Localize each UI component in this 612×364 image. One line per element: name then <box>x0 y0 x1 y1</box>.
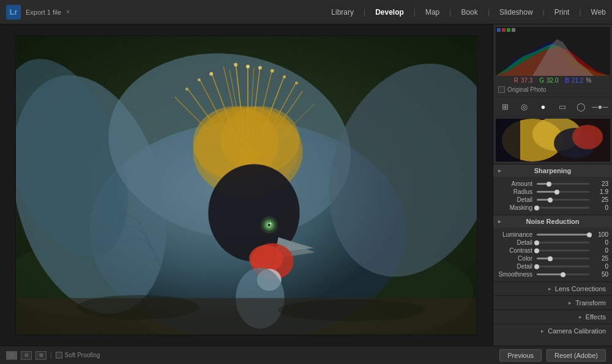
color-slider[interactable] <box>537 258 589 259</box>
radius-slider[interactable] <box>537 191 589 193</box>
color-detail-label: Detail <box>497 263 535 270</box>
nr-contrast-slider[interactable] <box>537 250 589 251</box>
reset-button[interactable]: Reset (Adobe) <box>547 349 606 362</box>
smoothness-row: Smoothness 50 <box>497 271 608 278</box>
color-row: Color 25 <box>497 255 608 262</box>
smoothness-slider[interactable] <box>537 273 589 275</box>
svg-point-51 <box>77 295 199 319</box>
hist-b-val: 21.2 <box>572 77 583 84</box>
nav-sep-1: | <box>364 8 365 17</box>
camera-calibration-section[interactable]: Camera Calibration <box>493 324 612 338</box>
masking-row: Masking 0 <box>497 204 608 211</box>
svg-point-52 <box>278 299 425 321</box>
svg-rect-57 <box>512 28 515 32</box>
color-detail-slider[interactable] <box>537 266 589 267</box>
nr-contrast-label: Contrast <box>497 247 535 254</box>
masking-label: Masking <box>497 204 535 211</box>
histogram-values: R 37.3 G 32.0 B 21.2 % <box>496 76 610 85</box>
histogram-canvas <box>496 27 610 76</box>
top-left: Lr Export 1 file × <box>6 5 70 20</box>
previous-button[interactable]: Previous <box>499 349 542 362</box>
masking-slider[interactable] <box>537 207 589 209</box>
svg-rect-56 <box>507 28 510 32</box>
camera-calibration-label: Camera Calibration <box>548 327 606 335</box>
svg-point-33 <box>283 75 286 78</box>
nav-sep-6: | <box>579 8 581 17</box>
svg-point-28 <box>209 72 213 75</box>
nr-detail-label: Detail <box>497 239 535 246</box>
nr-detail-slider[interactable] <box>537 242 589 243</box>
svg-point-36 <box>185 87 188 91</box>
sharpening-title: Sharpening <box>534 167 572 174</box>
bottom-right: Previous Reset (Adobe) <box>499 349 606 362</box>
nav-web[interactable]: Web <box>591 8 606 17</box>
compare-view-button[interactable]: ⊟ <box>21 351 32 360</box>
soft-proofing-checkbox[interactable] <box>56 352 62 358</box>
spot-removal-tool[interactable]: ◎ <box>518 100 531 113</box>
nr-contrast-value: 0 <box>591 247 608 254</box>
transform-section[interactable]: Transform <box>493 295 612 310</box>
amount-value: 23 <box>591 180 608 187</box>
svg-point-31 <box>258 65 262 69</box>
lr-logo: Lr <box>6 5 21 20</box>
noise-reduction-header[interactable]: Noise Reduction <box>493 215 612 228</box>
svg-point-47 <box>249 245 283 272</box>
nav-develop[interactable]: Develop <box>375 8 404 17</box>
nav-library[interactable]: Library <box>331 8 354 17</box>
view-sep: | <box>50 352 52 358</box>
red-eye-tool[interactable]: ◯ <box>575 100 588 113</box>
amount-row: Amount 23 <box>497 180 608 187</box>
photo-svg <box>16 36 477 335</box>
filter-tool[interactable]: ▭ <box>556 100 569 113</box>
svg-point-32 <box>271 69 274 72</box>
sharpening-header[interactable]: Sharpening <box>493 165 612 177</box>
settings-slider[interactable]: ─●─ <box>594 100 607 113</box>
svg-point-34 <box>295 81 298 84</box>
svg-rect-55 <box>502 28 506 32</box>
single-view-button[interactable]: □ <box>6 351 17 360</box>
hist-pct: % <box>586 77 591 84</box>
smoothness-value: 50 <box>591 271 608 278</box>
hist-g-label: G <box>539 77 544 84</box>
nav-slideshow[interactable]: Slideshow <box>499 8 533 17</box>
original-photo-check[interactable]: Original Photo <box>496 85 610 94</box>
effects-label: Effects <box>586 313 606 321</box>
hist-r-label: R <box>514 77 518 84</box>
lens-corrections-section[interactable]: Lens Corrections <box>493 281 612 295</box>
hist-g-val: 32.0 <box>547 77 558 84</box>
top-nav: Library | Develop | Map | Book | Slidesh… <box>331 8 606 17</box>
color-detail-value: 0 <box>591 263 608 270</box>
bottom-bar: □ ⊟ ⊞ | Soft Proofing Previous Reset (Ad… <box>0 346 612 364</box>
hist-r-val: 37.3 <box>521 77 532 84</box>
original-photo-checkbox[interactable] <box>498 86 505 93</box>
photo-container <box>15 35 477 335</box>
detail-slider[interactable] <box>537 199 589 201</box>
effects-section[interactable]: Effects <box>493 310 612 324</box>
hist-sep1 <box>535 77 537 84</box>
svg-point-30 <box>246 64 250 68</box>
sharpening-section: Sharpening Amount 23 Radius <box>493 164 612 215</box>
masking-value: 0 <box>591 204 608 211</box>
hist-b-label: B <box>565 77 569 84</box>
svg-rect-54 <box>497 28 501 32</box>
hist-sep2 <box>561 77 562 84</box>
radius-value: 1.9 <box>591 188 608 195</box>
nav-print[interactable]: Print <box>554 8 570 17</box>
export-close-button[interactable]: × <box>66 9 70 15</box>
luminance-value: 100 <box>591 231 608 238</box>
luminance-slider[interactable] <box>537 234 589 236</box>
adjustment-brush-tool[interactable]: ● <box>537 100 550 113</box>
nav-sep-3: | <box>449 8 451 17</box>
tool-row: ⊞ ◎ ● ▭ ◯ ─●─ <box>493 97 612 116</box>
nav-sep-2: | <box>414 8 416 17</box>
original-photo-label: Original Photo <box>507 86 546 93</box>
survey-view-button[interactable]: ⊞ <box>35 351 47 360</box>
nr-detail-row: Detail 0 <box>497 239 608 246</box>
detail-value: 25 <box>591 196 608 203</box>
svg-point-45 <box>269 223 271 225</box>
nav-book[interactable]: Book <box>461 8 477 17</box>
crop-tool[interactable]: ⊞ <box>499 100 512 113</box>
amount-slider[interactable] <box>537 183 589 185</box>
histogram-section: R 37.3 G 32.0 B 21.2 % Original Photo <box>493 24 612 97</box>
nav-map[interactable]: Map <box>425 8 439 17</box>
